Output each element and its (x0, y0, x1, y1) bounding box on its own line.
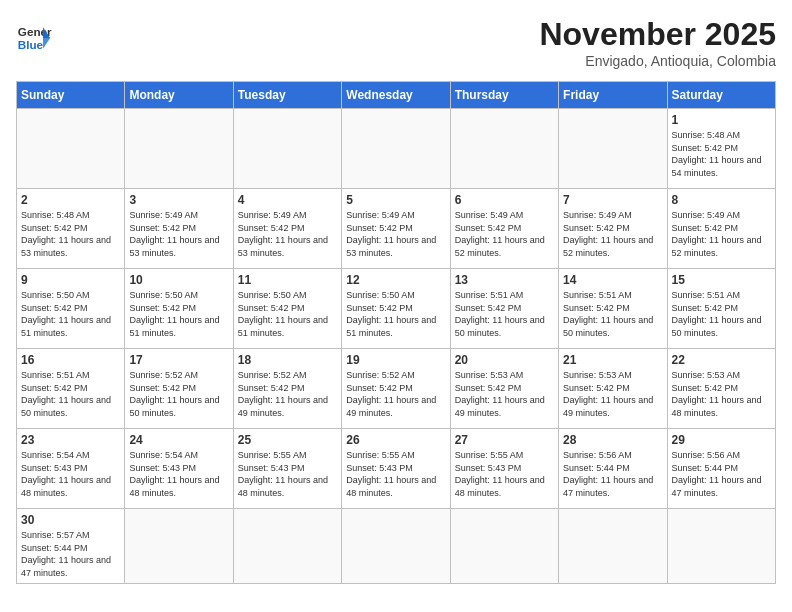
day-number: 12 (346, 273, 445, 287)
calendar-cell: 9Sunrise: 5:50 AM Sunset: 5:42 PM Daylig… (17, 269, 125, 349)
cell-content: Sunrise: 5:49 AM Sunset: 5:42 PM Dayligh… (672, 209, 771, 259)
month-title: November 2025 (539, 16, 776, 53)
calendar-cell: 6Sunrise: 5:49 AM Sunset: 5:42 PM Daylig… (450, 189, 558, 269)
cell-content: Sunrise: 5:52 AM Sunset: 5:42 PM Dayligh… (238, 369, 337, 419)
day-header: Sunday (17, 82, 125, 109)
day-number: 8 (672, 193, 771, 207)
day-number: 3 (129, 193, 228, 207)
calendar-cell (233, 109, 341, 189)
calendar-cell: 2Sunrise: 5:48 AM Sunset: 5:42 PM Daylig… (17, 189, 125, 269)
day-number: 1 (672, 113, 771, 127)
calendar-cell: 5Sunrise: 5:49 AM Sunset: 5:42 PM Daylig… (342, 189, 450, 269)
calendar-week-row: 2Sunrise: 5:48 AM Sunset: 5:42 PM Daylig… (17, 189, 776, 269)
calendar-cell: 3Sunrise: 5:49 AM Sunset: 5:42 PM Daylig… (125, 189, 233, 269)
calendar-cell: 24Sunrise: 5:54 AM Sunset: 5:43 PM Dayli… (125, 429, 233, 509)
cell-content: Sunrise: 5:49 AM Sunset: 5:42 PM Dayligh… (563, 209, 662, 259)
calendar-week-row: 30Sunrise: 5:57 AM Sunset: 5:44 PM Dayli… (17, 509, 776, 584)
cell-content: Sunrise: 5:51 AM Sunset: 5:42 PM Dayligh… (455, 289, 554, 339)
calendar-cell: 19Sunrise: 5:52 AM Sunset: 5:42 PM Dayli… (342, 349, 450, 429)
cell-content: Sunrise: 5:55 AM Sunset: 5:43 PM Dayligh… (455, 449, 554, 499)
cell-content: Sunrise: 5:54 AM Sunset: 5:43 PM Dayligh… (21, 449, 120, 499)
calendar-cell: 22Sunrise: 5:53 AM Sunset: 5:42 PM Dayli… (667, 349, 775, 429)
cell-content: Sunrise: 5:48 AM Sunset: 5:42 PM Dayligh… (21, 209, 120, 259)
calendar-cell: 27Sunrise: 5:55 AM Sunset: 5:43 PM Dayli… (450, 429, 558, 509)
day-number: 30 (21, 513, 120, 527)
calendar-cell: 10Sunrise: 5:50 AM Sunset: 5:42 PM Dayli… (125, 269, 233, 349)
calendar-cell: 28Sunrise: 5:56 AM Sunset: 5:44 PM Dayli… (559, 429, 667, 509)
cell-content: Sunrise: 5:57 AM Sunset: 5:44 PM Dayligh… (21, 529, 120, 579)
calendar-week-row: 1Sunrise: 5:48 AM Sunset: 5:42 PM Daylig… (17, 109, 776, 189)
calendar-cell (667, 509, 775, 584)
cell-content: Sunrise: 5:52 AM Sunset: 5:42 PM Dayligh… (129, 369, 228, 419)
calendar-cell: 18Sunrise: 5:52 AM Sunset: 5:42 PM Dayli… (233, 349, 341, 429)
calendar-cell: 14Sunrise: 5:51 AM Sunset: 5:42 PM Dayli… (559, 269, 667, 349)
calendar-table: SundayMondayTuesdayWednesdayThursdayFrid… (16, 81, 776, 584)
calendar-cell: 4Sunrise: 5:49 AM Sunset: 5:42 PM Daylig… (233, 189, 341, 269)
calendar-cell (559, 509, 667, 584)
cell-content: Sunrise: 5:55 AM Sunset: 5:43 PM Dayligh… (346, 449, 445, 499)
calendar-cell (17, 109, 125, 189)
day-number: 4 (238, 193, 337, 207)
calendar-week-row: 16Sunrise: 5:51 AM Sunset: 5:42 PM Dayli… (17, 349, 776, 429)
title-area: November 2025 Envigado, Antioquia, Colom… (539, 16, 776, 69)
calendar-cell (559, 109, 667, 189)
cell-content: Sunrise: 5:48 AM Sunset: 5:42 PM Dayligh… (672, 129, 771, 179)
cell-content: Sunrise: 5:53 AM Sunset: 5:42 PM Dayligh… (455, 369, 554, 419)
day-number: 29 (672, 433, 771, 447)
calendar-cell: 1Sunrise: 5:48 AM Sunset: 5:42 PM Daylig… (667, 109, 775, 189)
day-number: 22 (672, 353, 771, 367)
cell-content: Sunrise: 5:49 AM Sunset: 5:42 PM Dayligh… (455, 209, 554, 259)
calendar-cell: 8Sunrise: 5:49 AM Sunset: 5:42 PM Daylig… (667, 189, 775, 269)
logo: General Blue (16, 16, 52, 56)
day-number: 20 (455, 353, 554, 367)
calendar-cell (233, 509, 341, 584)
day-header: Tuesday (233, 82, 341, 109)
cell-content: Sunrise: 5:49 AM Sunset: 5:42 PM Dayligh… (238, 209, 337, 259)
cell-content: Sunrise: 5:53 AM Sunset: 5:42 PM Dayligh… (563, 369, 662, 419)
location: Envigado, Antioquia, Colombia (539, 53, 776, 69)
svg-marker-3 (43, 38, 50, 49)
day-number: 16 (21, 353, 120, 367)
cell-content: Sunrise: 5:49 AM Sunset: 5:42 PM Dayligh… (346, 209, 445, 259)
calendar-cell: 7Sunrise: 5:49 AM Sunset: 5:42 PM Daylig… (559, 189, 667, 269)
day-number: 5 (346, 193, 445, 207)
day-number: 11 (238, 273, 337, 287)
cell-content: Sunrise: 5:50 AM Sunset: 5:42 PM Dayligh… (129, 289, 228, 339)
calendar-cell: 29Sunrise: 5:56 AM Sunset: 5:44 PM Dayli… (667, 429, 775, 509)
calendar-cell (125, 509, 233, 584)
calendar-cell: 26Sunrise: 5:55 AM Sunset: 5:43 PM Dayli… (342, 429, 450, 509)
calendar-cell: 21Sunrise: 5:53 AM Sunset: 5:42 PM Dayli… (559, 349, 667, 429)
cell-content: Sunrise: 5:51 AM Sunset: 5:42 PM Dayligh… (21, 369, 120, 419)
day-number: 23 (21, 433, 120, 447)
calendar-week-row: 23Sunrise: 5:54 AM Sunset: 5:43 PM Dayli… (17, 429, 776, 509)
calendar-cell: 23Sunrise: 5:54 AM Sunset: 5:43 PM Dayli… (17, 429, 125, 509)
day-header: Wednesday (342, 82, 450, 109)
cell-content: Sunrise: 5:56 AM Sunset: 5:44 PM Dayligh… (563, 449, 662, 499)
day-number: 17 (129, 353, 228, 367)
calendar-cell: 20Sunrise: 5:53 AM Sunset: 5:42 PM Dayli… (450, 349, 558, 429)
calendar-cell: 15Sunrise: 5:51 AM Sunset: 5:42 PM Dayli… (667, 269, 775, 349)
calendar-cell (342, 509, 450, 584)
cell-content: Sunrise: 5:51 AM Sunset: 5:42 PM Dayligh… (672, 289, 771, 339)
calendar-week-row: 9Sunrise: 5:50 AM Sunset: 5:42 PM Daylig… (17, 269, 776, 349)
day-header: Friday (559, 82, 667, 109)
calendar-cell: 30Sunrise: 5:57 AM Sunset: 5:44 PM Dayli… (17, 509, 125, 584)
cell-content: Sunrise: 5:52 AM Sunset: 5:42 PM Dayligh… (346, 369, 445, 419)
day-number: 19 (346, 353, 445, 367)
day-header: Saturday (667, 82, 775, 109)
day-header: Monday (125, 82, 233, 109)
calendar-cell: 17Sunrise: 5:52 AM Sunset: 5:42 PM Dayli… (125, 349, 233, 429)
day-number: 25 (238, 433, 337, 447)
day-number: 24 (129, 433, 228, 447)
day-number: 28 (563, 433, 662, 447)
cell-content: Sunrise: 5:50 AM Sunset: 5:42 PM Dayligh… (346, 289, 445, 339)
calendar-cell (125, 109, 233, 189)
page-header: General Blue November 2025 Envigado, Ant… (16, 16, 776, 69)
day-number: 14 (563, 273, 662, 287)
cell-content: Sunrise: 5:49 AM Sunset: 5:42 PM Dayligh… (129, 209, 228, 259)
cell-content: Sunrise: 5:50 AM Sunset: 5:42 PM Dayligh… (21, 289, 120, 339)
cell-content: Sunrise: 5:55 AM Sunset: 5:43 PM Dayligh… (238, 449, 337, 499)
calendar-cell (450, 109, 558, 189)
day-number: 26 (346, 433, 445, 447)
cell-content: Sunrise: 5:54 AM Sunset: 5:43 PM Dayligh… (129, 449, 228, 499)
